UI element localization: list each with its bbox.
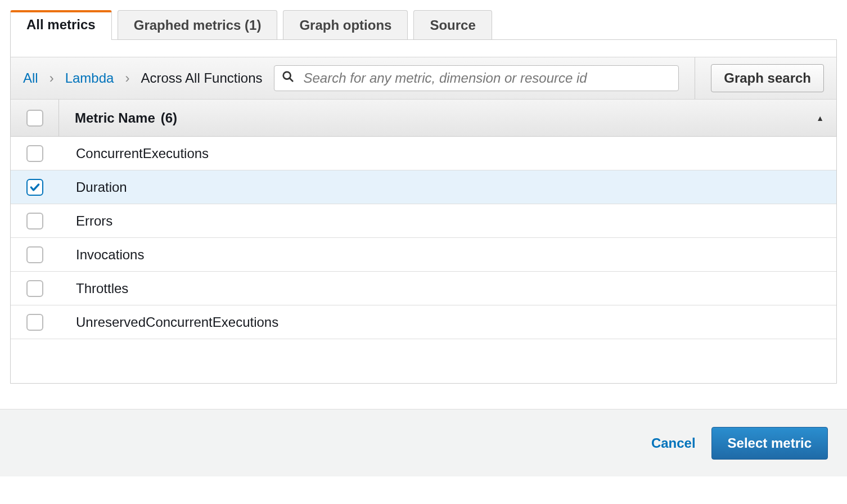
column-label: Metric Name [75, 110, 155, 126]
table-row[interactable]: ConcurrentExecutions [11, 137, 836, 170]
breadcrumb-lambda[interactable]: Lambda [65, 70, 114, 86]
row-checkbox-cell [11, 204, 59, 237]
toolbar-divider [695, 57, 695, 99]
header-checkbox-cell [11, 100, 59, 136]
table-row[interactable]: Invocations [11, 238, 836, 272]
graph-search-button[interactable]: Graph search [711, 64, 824, 92]
chevron-right-icon: › [125, 70, 129, 86]
breadcrumb-current: Across All Functions [141, 70, 262, 86]
metric-name: ConcurrentExecutions [59, 146, 226, 161]
footer: Cancel Select metric [0, 409, 847, 476]
search-input[interactable] [274, 65, 679, 91]
cancel-button[interactable]: Cancel [651, 435, 696, 451]
row-checkbox[interactable] [26, 179, 43, 196]
row-checkbox-cell [11, 238, 59, 271]
row-checkbox-cell [11, 272, 59, 305]
breadcrumb: All › Lambda › Across All Functions [23, 70, 263, 86]
metric-name: UnreservedConcurrentExecutions [59, 314, 295, 330]
tab-graph-options[interactable]: Graph options [283, 10, 408, 40]
metric-name: Errors [59, 213, 129, 229]
tab-all-metrics[interactable]: All metrics [10, 10, 112, 40]
row-checkbox[interactable] [26, 280, 43, 297]
row-checkbox[interactable] [26, 246, 43, 263]
table-row[interactable]: Duration [11, 170, 836, 204]
chevron-right-icon: › [49, 70, 54, 86]
table-row[interactable]: UnreservedConcurrentExecutions [11, 305, 836, 339]
breadcrumb-all[interactable]: All [23, 70, 38, 86]
table-body: ConcurrentExecutionsDurationErrorsInvoca… [11, 137, 836, 339]
row-checkbox-cell [11, 137, 59, 170]
metric-name: Duration [59, 179, 144, 195]
search-icon [282, 70, 294, 86]
select-metric-button[interactable]: Select metric [711, 427, 828, 460]
metrics-panel: All › Lambda › Across All Functions Grap… [10, 39, 837, 384]
search-wrap [274, 65, 679, 91]
table-row[interactable]: Throttles [11, 272, 836, 305]
metric-name: Invocations [59, 247, 161, 263]
row-checkbox-cell [11, 170, 59, 204]
column-count: (6) [161, 110, 177, 126]
row-checkbox[interactable] [26, 145, 43, 162]
column-metric-name[interactable]: Metric Name (6) ▲ [59, 100, 836, 136]
metric-name: Throttles [59, 281, 145, 296]
table-filler [11, 339, 836, 383]
row-checkbox[interactable] [26, 213, 43, 230]
row-checkbox-cell [11, 305, 59, 339]
table-header: Metric Name (6) ▲ [11, 100, 836, 137]
tabs-bar: All metrics Graphed metrics (1) Graph op… [0, 0, 847, 40]
select-all-checkbox[interactable] [26, 110, 43, 127]
sort-asc-icon: ▲ [816, 114, 824, 123]
toolbar: All › Lambda › Across All Functions Grap… [11, 57, 836, 100]
table-row[interactable]: Errors [11, 204, 836, 238]
tab-graphed-metrics[interactable]: Graphed metrics (1) [118, 10, 278, 40]
row-checkbox[interactable] [26, 314, 43, 331]
tab-source[interactable]: Source [413, 10, 492, 40]
svg-line-1 [289, 78, 292, 82]
